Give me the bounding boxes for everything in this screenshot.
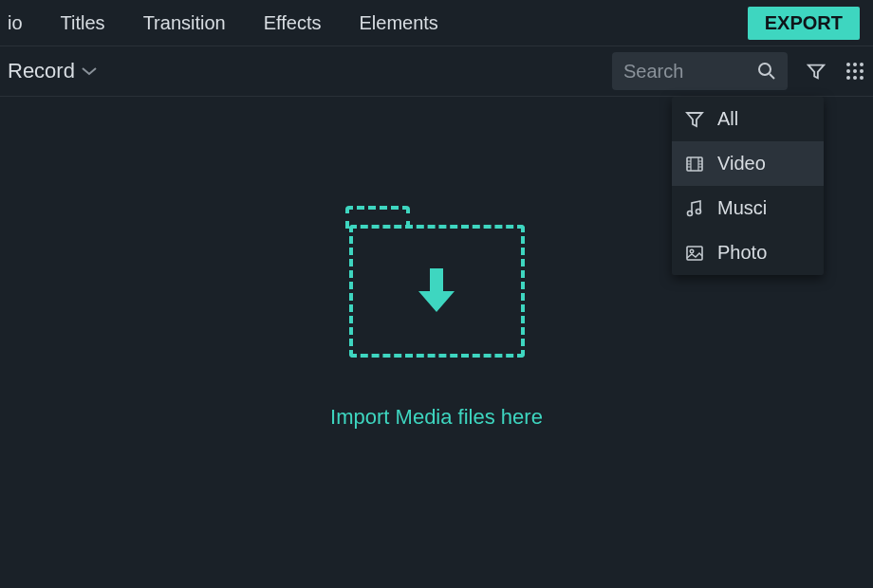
record-label: Record — [8, 59, 75, 83]
svg-point-8 — [846, 76, 850, 80]
svg-point-23 — [690, 249, 694, 253]
download-arrow-icon — [413, 261, 460, 322]
nav-item-titles[interactable]: Titles — [42, 12, 124, 34]
svg-line-1 — [770, 74, 774, 79]
svg-point-2 — [846, 63, 850, 66]
filter-item-all[interactable]: All — [672, 97, 824, 141]
filter-icon — [685, 110, 704, 129]
import-dropzone[interactable] — [349, 225, 525, 358]
grid-icon — [845, 61, 865, 82]
svg-point-9 — [853, 76, 857, 80]
svg-point-10 — [860, 76, 864, 80]
filter-item-label: Photo — [717, 242, 767, 264]
search-icon[interactable] — [757, 62, 776, 81]
video-icon — [685, 155, 704, 174]
svg-point-5 — [846, 69, 850, 73]
svg-point-0 — [759, 64, 771, 75]
search-box[interactable] — [612, 52, 788, 90]
view-grid-button[interactable] — [845, 61, 865, 82]
svg-point-21 — [697, 209, 701, 213]
nav-item-audio[interactable]: io — [8, 12, 42, 34]
filter-item-photo[interactable]: Photo — [672, 230, 824, 275]
export-button[interactable]: EXPORT — [748, 7, 860, 40]
folder-outline-icon — [349, 225, 525, 358]
nav-item-elements[interactable]: Elements — [340, 12, 456, 34]
chevron-down-icon — [81, 64, 98, 78]
filter-icon — [807, 62, 826, 81]
top-nav: io Titles Transition Effects Elements EX… — [0, 0, 873, 46]
filter-item-video[interactable]: Video — [672, 141, 824, 186]
toolbar: Record — [0, 46, 873, 97]
svg-point-20 — [688, 211, 693, 215]
record-dropdown[interactable]: Record — [8, 59, 98, 83]
svg-point-4 — [860, 63, 864, 66]
svg-point-7 — [860, 69, 864, 73]
photo-icon — [685, 244, 704, 263]
filter-item-label: Musci — [717, 197, 767, 219]
filter-item-label: All — [717, 108, 738, 130]
filter-button[interactable] — [807, 62, 826, 81]
svg-point-6 — [853, 69, 857, 73]
music-icon — [685, 199, 704, 218]
filter-dropdown-menu: All Video Musci Photo — [672, 97, 824, 275]
svg-point-3 — [853, 63, 857, 66]
import-label: Import Media files here — [330, 405, 543, 430]
filter-item-label: Video — [717, 153, 766, 175]
search-input[interactable] — [623, 61, 757, 83]
nav-item-transition[interactable]: Transition — [124, 12, 245, 34]
filter-item-music[interactable]: Musci — [672, 186, 824, 230]
nav-item-effects[interactable]: Effects — [245, 12, 341, 34]
